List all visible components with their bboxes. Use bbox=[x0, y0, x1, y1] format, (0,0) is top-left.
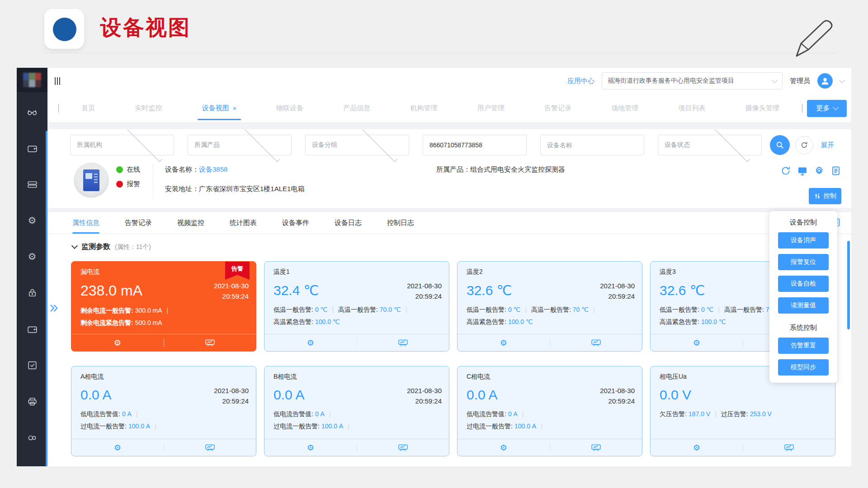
printer-icon[interactable] bbox=[17, 383, 47, 419]
param-thresholds: 剩余电流一般告警:300.0 mA|剩余电流紧急告警:500.0 mA bbox=[80, 305, 247, 329]
nav-tab-用户管理[interactable]: 用户管理 bbox=[476, 94, 506, 122]
status-报警: 报警 bbox=[116, 180, 140, 188]
param-title: A相电流 bbox=[80, 373, 247, 381]
filter-select-product[interactable]: 所属产品 bbox=[188, 135, 292, 155]
reset-button[interactable] bbox=[795, 136, 813, 154]
param-card-footer: ⚙ bbox=[264, 439, 449, 456]
param-settings-button[interactable]: ⚙ bbox=[264, 439, 357, 456]
user-menu-chevron-icon[interactable] bbox=[839, 77, 845, 83]
param-settings-button[interactable]: ⚙ bbox=[71, 439, 164, 456]
nav-tab-项目列表[interactable]: 项目列表 bbox=[677, 94, 708, 122]
gear-icon[interactable]: ⚙ bbox=[17, 202, 47, 239]
param-chart-button[interactable] bbox=[164, 334, 256, 351]
main-area: 应用中心 福海街道行政事务服务中心用电安全监管项目 管理员 首页 实时监控 设备… bbox=[47, 68, 851, 466]
section-header[interactable]: 监测参数 (属性：11个) bbox=[72, 242, 851, 252]
detail-tab-告警记录[interactable]: 告警记录 bbox=[125, 212, 152, 234]
search-button[interactable] bbox=[770, 135, 790, 155]
detail-tab-设备日志[interactable]: 设备日志 bbox=[335, 212, 362, 234]
device-name-link[interactable]: 设备3858 bbox=[199, 165, 227, 173]
device-statuses: 在线报警 bbox=[116, 161, 140, 188]
param-settings-button[interactable]: ⚙ bbox=[458, 439, 550, 456]
system-action-告警重置[interactable]: 告警重置 bbox=[778, 338, 829, 354]
param-card-C相电流: C相电流 0.0 A 2021-08-3020:59:24 低电流告警值:0 A… bbox=[457, 366, 642, 456]
control-action-设备消声[interactable]: 设备消声 bbox=[778, 232, 829, 249]
param-settings-button[interactable]: ⚙ bbox=[458, 334, 550, 351]
control-action-设备自检[interactable]: 设备自检 bbox=[778, 276, 829, 292]
param-settings-button[interactable]: ⚙ bbox=[651, 439, 743, 456]
param-chart-button[interactable] bbox=[550, 439, 642, 456]
wallet-icon[interactable] bbox=[17, 130, 47, 166]
check-square-icon[interactable] bbox=[17, 347, 47, 383]
content-scrollbar[interactable] bbox=[847, 241, 850, 329]
detail-tab-统计图表[interactable]: 统计图表 bbox=[230, 212, 257, 234]
wallet-icon-2[interactable] bbox=[17, 311, 47, 347]
expand-filters-link[interactable]: 展开 bbox=[821, 141, 834, 150]
sidebar-logo[interactable] bbox=[17, 68, 47, 92]
param-timestamp: 2021-08-3020:59:24 bbox=[407, 281, 442, 302]
refresh-icon[interactable] bbox=[780, 165, 791, 176]
nav-tab-摄像头管理[interactable]: 摄像头管理 bbox=[744, 94, 781, 122]
detail-tab-控制日志[interactable]: 控制日志 bbox=[387, 212, 414, 234]
menu-collapse-icon[interactable] bbox=[55, 77, 60, 85]
chevron-down-icon bbox=[833, 104, 839, 110]
param-title: 漏电流 bbox=[80, 268, 247, 276]
filter-input-device-id[interactable] bbox=[423, 135, 527, 155]
card-rows-icon[interactable] bbox=[17, 166, 47, 202]
user-name: 管理员 bbox=[790, 77, 810, 85]
param-card-footer: ⚙ bbox=[458, 334, 642, 351]
system-action-模型同步[interactable]: 模型同步 bbox=[778, 359, 829, 375]
detail-tabs: 属性信息告警记录视频监控统计图表设备事件设备日志控制日志 bbox=[47, 212, 851, 234]
detail-tab-设备事件[interactable]: 设备事件 bbox=[282, 212, 309, 234]
param-chart-button[interactable] bbox=[550, 334, 642, 351]
nav-tab-产品信息[interactable]: 产品信息 bbox=[341, 94, 372, 122]
tabs-prev-icon[interactable] bbox=[56, 104, 61, 113]
log-list-icon[interactable] bbox=[830, 165, 841, 176]
gear-icon-2[interactable]: ⚙ bbox=[17, 239, 47, 275]
param-chart-button[interactable] bbox=[743, 439, 835, 456]
sidebar-expand-handle[interactable] bbox=[49, 304, 59, 314]
param-settings-button[interactable]: ⚙ bbox=[71, 334, 164, 351]
device-address-label: 安装地址： bbox=[165, 185, 199, 192]
monitor-icon[interactable] bbox=[797, 165, 808, 176]
filter-input-device-name[interactable] bbox=[540, 135, 644, 155]
app-center-link[interactable]: 应用中心 bbox=[567, 77, 594, 85]
project-select[interactable]: 福海街道行政事务服务中心用电安全监管项目 bbox=[602, 72, 783, 89]
param-timestamp: 2021-08-3020:59:24 bbox=[600, 281, 635, 302]
nav-tab-实时监控[interactable]: 实时监控 bbox=[133, 94, 164, 122]
more-button[interactable]: 更多 bbox=[807, 100, 847, 117]
lock-icon[interactable] bbox=[17, 275, 47, 311]
filter-select-status[interactable]: 设备状态 bbox=[658, 135, 762, 155]
control-button[interactable]: 控制 bbox=[809, 188, 841, 204]
device-control-popup: 设备控制 设备消声报警复位设备自检读测量值 系统控制 告警重置模型同步 bbox=[769, 211, 837, 383]
gear-icon[interactable] bbox=[814, 165, 825, 176]
control-action-读测量值[interactable]: 读测量值 bbox=[778, 297, 829, 314]
nav-tab-机构管理[interactable]: 机构管理 bbox=[409, 94, 439, 122]
system-control-title: 系统控制 bbox=[769, 324, 837, 332]
nav-tab-告警记录[interactable]: 告警记录 bbox=[542, 94, 573, 122]
filter-select-org[interactable]: 所属机构 bbox=[70, 135, 174, 155]
param-card-footer: ⚙ bbox=[71, 334, 256, 351]
param-settings-button[interactable]: ⚙ bbox=[264, 334, 357, 351]
nav-tab-场地管理[interactable]: 场地管理 bbox=[609, 94, 640, 122]
avatar[interactable] bbox=[817, 73, 833, 89]
nav-tabs: 首页 实时监控 设备视图 × 物联设备 产品信息 机构管理 用户管理 告警记录 … bbox=[61, 94, 799, 122]
param-chart-button[interactable] bbox=[164, 439, 256, 456]
tab-close-icon[interactable]: × bbox=[233, 105, 236, 112]
param-timestamp: 2021-08-3020:59:24 bbox=[600, 385, 635, 407]
chevron-down-icon bbox=[772, 77, 778, 83]
filter-select-group[interactable]: 设备分组 bbox=[305, 135, 409, 155]
param-settings-button[interactable]: ⚙ bbox=[651, 334, 743, 351]
monitor-glasses-icon[interactable] bbox=[17, 94, 47, 130]
detail-tab-属性信息[interactable]: 属性信息 bbox=[72, 212, 99, 234]
nav-tab-设备视图[interactable]: 设备视图 × bbox=[200, 94, 238, 122]
tabs-next-icon[interactable] bbox=[799, 104, 805, 113]
param-chart-button[interactable] bbox=[357, 439, 449, 456]
control-action-报警复位[interactable]: 报警复位 bbox=[778, 254, 829, 270]
link-icon[interactable] bbox=[17, 419, 47, 455]
nav-tab-首页[interactable]: 首页 bbox=[80, 94, 97, 122]
detail-tab-视频监控[interactable]: 视频监控 bbox=[177, 212, 204, 234]
param-chart-button[interactable] bbox=[357, 334, 449, 351]
section-title: 监测参数 bbox=[81, 242, 110, 252]
nav-tab-物联设备[interactable]: 物联设备 bbox=[274, 94, 305, 122]
page-title: 设备视图 bbox=[100, 14, 191, 42]
